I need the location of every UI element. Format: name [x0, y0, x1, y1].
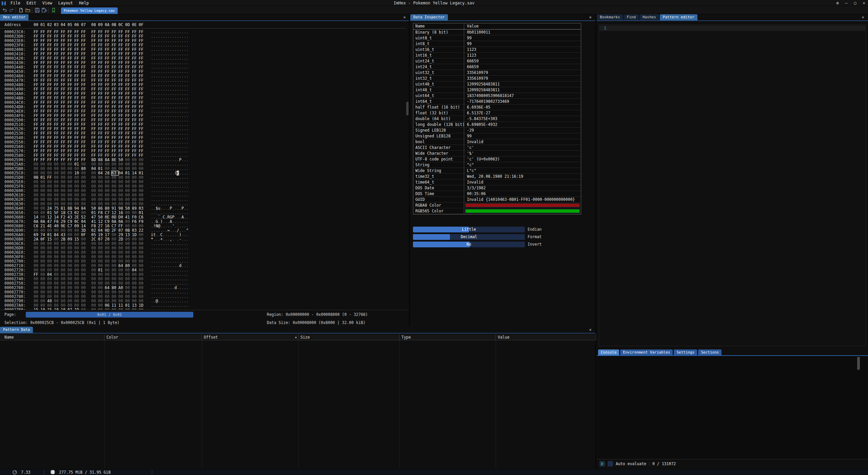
- hex-ascii-char[interactable]: .: [165, 47, 167, 52]
- hex-ascii-char[interactable]: .: [158, 100, 160, 105]
- hex-ascii-char[interactable]: .: [163, 74, 165, 78]
- hex-ascii-char[interactable]: .: [156, 254, 158, 259]
- hex-ascii-char[interactable]: .: [158, 157, 160, 162]
- hex-ascii-char[interactable]: @: [158, 224, 160, 228]
- hex-ascii-char[interactable]: .: [160, 144, 163, 149]
- hex-ascii-char[interactable]: .: [167, 171, 170, 175]
- hex-ascii-char[interactable]: .: [153, 202, 156, 206]
- hex-ascii-char[interactable]: .: [158, 272, 160, 277]
- hex-ascii-char[interactable]: .: [153, 285, 156, 290]
- hex-ascii-char[interactable]: .: [163, 118, 165, 122]
- hex-ascii-char[interactable]: .: [163, 65, 165, 70]
- hex-ascii-char[interactable]: .: [156, 91, 158, 96]
- hex-ascii-char[interactable]: .: [186, 285, 189, 290]
- hex-ascii-char[interactable]: .: [160, 56, 163, 61]
- hex-ascii-char[interactable]: .: [165, 56, 167, 61]
- hex-ascii-char[interactable]: .: [160, 202, 163, 206]
- hex-ascii-char[interactable]: .: [160, 131, 163, 136]
- hex-ascii-char[interactable]: .: [151, 294, 153, 299]
- hex-ascii-char[interactable]: .: [158, 290, 160, 294]
- hex-ascii-char[interactable]: .: [151, 65, 153, 70]
- hex-ascii-char[interactable]: .: [158, 140, 160, 145]
- hex-ascii-char[interactable]: .: [163, 184, 165, 189]
- hex-ascii-char[interactable]: .: [165, 91, 167, 96]
- pattern-data-close-icon[interactable]: ×: [588, 327, 593, 332]
- menu-item-file[interactable]: File: [7, 0, 23, 6]
- hex-ascii-char[interactable]: .: [163, 241, 165, 246]
- hex-ascii-char[interactable]: .: [160, 74, 163, 78]
- hex-ascii-char[interactable]: .: [156, 175, 158, 180]
- hex-ascii-char[interactable]: .: [151, 127, 153, 131]
- hex-ascii-char[interactable]: .: [186, 166, 189, 171]
- hex-ascii-char[interactable]: .: [158, 268, 160, 272]
- hex-ascii-char[interactable]: .: [160, 52, 163, 56]
- hex-ascii-char[interactable]: .: [151, 135, 153, 140]
- hex-ascii-char[interactable]: .: [156, 69, 158, 74]
- hex-ascii-char[interactable]: .: [158, 96, 160, 100]
- hex-ascii-char[interactable]: .: [151, 259, 153, 264]
- hex-ascii-char[interactable]: .: [186, 56, 189, 61]
- hex-ascii-char[interactable]: .: [153, 210, 156, 215]
- hex-ascii-char[interactable]: .: [186, 210, 189, 215]
- hex-ascii-char[interactable]: .: [167, 118, 170, 122]
- hex-ascii-char[interactable]: .: [163, 56, 165, 61]
- hex-ascii-char[interactable]: .: [151, 184, 153, 189]
- tab-pattern-data[interactable]: Pattern Data: [0, 327, 33, 333]
- hex-ascii-char[interactable]: .: [167, 184, 170, 189]
- hex-ascii-char[interactable]: .: [165, 228, 167, 233]
- hex-ascii-char[interactable]: .: [186, 127, 189, 131]
- hex-ascii-char[interactable]: .: [160, 47, 163, 52]
- hex-ascii-char[interactable]: .: [167, 43, 170, 48]
- hex-ascii-char[interactable]: .: [158, 60, 160, 65]
- hex-ascii-char[interactable]: .: [153, 149, 156, 153]
- hex-ascii-char[interactable]: .: [156, 303, 158, 308]
- hex-ascii-char[interactable]: .: [165, 96, 167, 100]
- hex-ascii-char[interactable]: .: [163, 157, 165, 162]
- hex-ascii-char[interactable]: .: [151, 263, 153, 268]
- hex-ascii-char[interactable]: .: [167, 206, 170, 211]
- hex-ascii-char[interactable]: .: [165, 153, 167, 158]
- hex-ascii-char[interactable]: .: [160, 281, 163, 286]
- hex-ascii-char[interactable]: .: [186, 113, 189, 118]
- hex-ascii-char[interactable]: .: [160, 259, 163, 264]
- hex-ascii-char[interactable]: .: [153, 127, 156, 131]
- hex-ascii-char[interactable]: .: [153, 87, 156, 92]
- hex-ascii-char[interactable]: .: [167, 224, 170, 228]
- tab-hashes[interactable]: Hashes: [639, 14, 659, 20]
- hex-ascii-char[interactable]: .: [156, 96, 158, 100]
- hex-ascii-char[interactable]: .: [163, 290, 165, 294]
- hex-ascii-char[interactable]: i: [151, 232, 153, 237]
- hex-ascii-char[interactable]: .: [151, 193, 153, 197]
- hex-ascii-char[interactable]: .: [163, 149, 165, 153]
- hex-ascii-char[interactable]: .: [160, 215, 163, 220]
- tab-bookmarks[interactable]: Bookmarks: [597, 14, 623, 20]
- hex-ascii-char[interactable]: .: [165, 69, 167, 74]
- hex-ascii-char[interactable]: .: [151, 202, 153, 206]
- hex-ascii-char[interactable]: .: [186, 254, 189, 259]
- inspector-value[interactable]: "c": [464, 162, 581, 168]
- hex-ascii-char[interactable]: .: [151, 74, 153, 78]
- hex-ascii-char[interactable]: .: [186, 104, 189, 109]
- hex-ascii-char[interactable]: .: [158, 250, 160, 255]
- hex-ascii-char[interactable]: .: [167, 197, 170, 202]
- tab-hex-editor[interactable]: Hex editor: [0, 14, 28, 20]
- hex-ascii-char[interactable]: .: [165, 100, 167, 105]
- hex-ascii-char[interactable]: .: [165, 210, 167, 215]
- hex-ascii-char[interactable]: .: [186, 259, 189, 264]
- hex-ascii-char[interactable]: .: [156, 122, 158, 127]
- hex-ascii-char[interactable]: .: [167, 149, 170, 153]
- hex-ascii-char[interactable]: .: [167, 144, 170, 149]
- hex-ascii-char[interactable]: .: [167, 281, 170, 286]
- hex-ascii-char[interactable]: .: [167, 219, 170, 224]
- hex-ascii-char[interactable]: .: [160, 65, 163, 70]
- invert-slider[interactable]: No: [413, 242, 525, 247]
- hex-ascii-char[interactable]: .: [158, 175, 160, 180]
- hex-ascii-char[interactable]: .: [158, 47, 160, 52]
- hex-ascii-char[interactable]: .: [163, 140, 165, 145]
- hex-ascii-char[interactable]: .: [160, 118, 163, 122]
- hex-ascii-char[interactable]: .: [186, 250, 189, 255]
- hex-ascii-char[interactable]: .: [153, 113, 156, 118]
- hex-ascii-char[interactable]: .: [158, 202, 160, 206]
- hex-ascii-char[interactable]: .: [165, 179, 167, 184]
- hex-ascii-char[interactable]: .: [160, 87, 163, 92]
